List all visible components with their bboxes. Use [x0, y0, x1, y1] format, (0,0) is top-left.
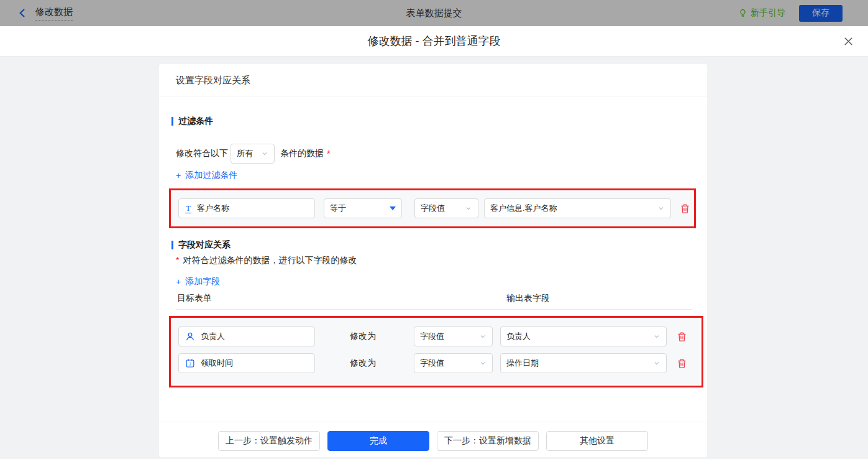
- chevron-down-icon: [465, 205, 472, 212]
- filter-section-title: 过滤条件: [171, 116, 213, 127]
- close-icon[interactable]: [843, 36, 854, 47]
- mapping-row: 7 领取时间 修改为 字段值: [172, 353, 700, 373]
- user-icon: [185, 332, 195, 341]
- column-header-divider: [176, 309, 692, 310]
- prev-step-button[interactable]: 上一步：设置触发动作: [218, 431, 320, 451]
- add-field-link[interactable]: + 添加字段: [176, 276, 220, 287]
- mapping-rows-container: 负责人 修改为 字段值 负责人: [172, 319, 700, 384]
- chevron-down-icon: [261, 150, 268, 157]
- app-screen: 修改数据 表单数据提交 新手引导 保存 修改数据 - 合并到普通字段: [0, 0, 868, 459]
- footer-divider: [159, 422, 707, 422]
- text-field-icon: T: [185, 204, 191, 213]
- save-button[interactable]: 保存: [799, 5, 843, 22]
- required-mark: *: [327, 149, 330, 159]
- value-type-select[interactable]: 字段值: [414, 198, 478, 218]
- delete-mapping-icon[interactable]: [677, 358, 687, 369]
- chevron-down-icon: [479, 359, 487, 367]
- chevron-down-icon: [653, 333, 660, 340]
- modal-title: 修改数据 - 合并到普通字段: [0, 26, 868, 56]
- beginner-guide-label: 新手引导: [751, 7, 785, 19]
- plus-icon: +: [176, 277, 181, 287]
- match-suffix-label: 条件的数据: [280, 148, 324, 159]
- operator-select[interactable]: 等于: [324, 198, 402, 218]
- target-field-input[interactable]: 负责人: [178, 327, 315, 346]
- chevron-down-icon: [653, 359, 660, 367]
- annotation-box-mapping: 负责人 修改为 字段值 负责人: [169, 316, 703, 387]
- mapping-row: 负责人 修改为 字段值 负责人: [172, 327, 700, 346]
- column-header-target-form: 目标表单: [177, 293, 212, 304]
- panel-footer: 上一步：设置触发动作 完成 下一步：设置新增数据 其他设置: [159, 431, 707, 451]
- required-mark: *: [176, 255, 179, 265]
- filter-condition-row: T 客户名称 等于 字段值 客户信息.客户名称: [172, 192, 693, 225]
- annotation-box-filter: T 客户名称 等于 字段值 客户信息.客户名称: [169, 188, 696, 228]
- calendar-icon: 7: [185, 358, 195, 368]
- lightbulb-icon: [738, 8, 747, 18]
- output-field-select[interactable]: 负责人: [500, 327, 667, 346]
- chevron-down-icon: [657, 205, 665, 212]
- panel-header: 设置字段对应关系: [159, 64, 707, 96]
- next-step-button[interactable]: 下一步：设置新增数据: [437, 431, 539, 451]
- plus-icon: +: [176, 170, 181, 180]
- panel-title: 设置字段对应关系: [176, 64, 707, 96]
- delete-condition-icon[interactable]: [680, 203, 690, 214]
- mapping-description: *对符合过滤条件的数据，进行以下字段的修改: [176, 255, 357, 266]
- match-prefix-label: 修改符合以下: [176, 148, 228, 159]
- top-bar: 修改数据 表单数据提交 新手引导 保存: [0, 0, 868, 26]
- mapping-section-title: 字段对应关系: [171, 239, 231, 251]
- add-filter-condition-link[interactable]: + 添加过滤条件: [176, 170, 237, 181]
- settings-panel: 设置字段对应关系 过滤条件 修改符合以下 所有 条件的数据 * +: [159, 64, 707, 457]
- modify-to-label: 修改为: [350, 358, 376, 369]
- top-bar-actions: 新手引导 保存: [738, 0, 843, 26]
- beginner-guide-link[interactable]: 新手引导: [738, 7, 785, 19]
- modify-to-label: 修改为: [350, 331, 376, 342]
- chevron-down-icon: [479, 333, 487, 340]
- match-mode-select[interactable]: 所有: [231, 144, 275, 164]
- filter-match-row: 修改符合以下 所有 条件的数据 *: [176, 144, 330, 164]
- value-type-select[interactable]: 字段值: [414, 327, 493, 346]
- caret-down-icon: [390, 206, 396, 210]
- section-marker: [171, 117, 173, 126]
- section-marker: [171, 241, 173, 249]
- svg-text:7: 7: [189, 361, 191, 367]
- output-field-select[interactable]: 操作日期: [500, 353, 667, 373]
- value-type-select[interactable]: 字段值: [414, 353, 493, 373]
- done-button[interactable]: 完成: [327, 431, 429, 451]
- column-header-output-field: 输出表字段: [506, 293, 550, 304]
- target-field-input[interactable]: 7 领取时间: [178, 353, 315, 373]
- compare-value-select[interactable]: 客户信息.客户名称: [484, 198, 671, 218]
- filter-field-input[interactable]: T 客户名称: [178, 198, 315, 218]
- modal-body: 设置字段对应关系 过滤条件 修改符合以下 所有 条件的数据 * +: [0, 57, 868, 459]
- other-settings-button[interactable]: 其他设置: [546, 431, 648, 451]
- modal-title-bar: 修改数据 - 合并到普通字段: [0, 26, 868, 57]
- delete-mapping-icon[interactable]: [677, 332, 687, 342]
